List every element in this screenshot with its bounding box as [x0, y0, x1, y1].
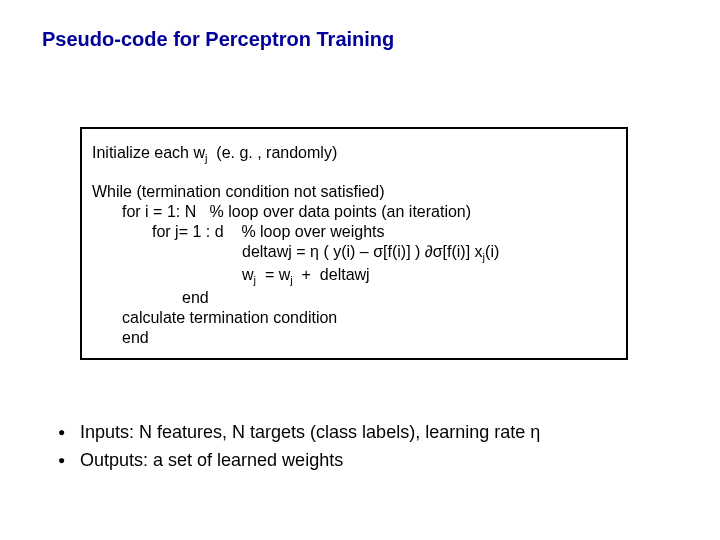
code-line-update: wj = wj + deltawj: [92, 265, 616, 288]
bullet-dot-icon: ●: [58, 420, 80, 444]
sigma-symbol-1: σ: [373, 243, 383, 260]
text-delta-c: [f(i)] ): [383, 243, 425, 260]
bullet-text-outputs: Outputs: a set of learned weights: [80, 448, 678, 472]
bullet-item-inputs: ● Inputs: N features, N targets (class l…: [58, 420, 678, 444]
text-init-b: (e. g. , randomly): [207, 144, 337, 161]
text-delta-e: (i): [485, 243, 499, 260]
text-update-c: + deltawj: [293, 266, 370, 283]
pseudocode-box: Initialize each wj (e. g. , randomly) Wh…: [80, 127, 628, 360]
code-line-init: Initialize each wj (e. g. , randomly): [92, 143, 616, 166]
eta-symbol: η: [310, 243, 319, 260]
code-line-calc: calculate termination condition: [92, 308, 616, 328]
text-update-b: = w: [256, 266, 290, 283]
slide-title: Pseudo-code for Perceptron Training: [42, 28, 394, 51]
bullet-text-inputs: Inputs: N features, N targets (class lab…: [80, 420, 678, 444]
sigma-symbol-2: σ: [433, 243, 443, 260]
bullet-item-outputs: ● Outputs: a set of learned weights: [58, 448, 678, 472]
text-init-a: Initialize each w: [92, 144, 205, 161]
slide: Pseudo-code for Perceptron Training Init…: [0, 0, 720, 540]
code-line-end2: end: [92, 328, 616, 348]
text-delta-a: deltawj =: [242, 243, 310, 260]
bullet-dot-icon: ●: [58, 448, 80, 472]
code-line-delta: deltawj = η ( y(i) – σ[f(i)] ) ∂σ[f(i)] …: [92, 242, 616, 265]
code-line-for-i: for i = 1: N % loop over data points (an…: [92, 202, 616, 222]
text-delta-b: ( y(i) –: [319, 243, 373, 260]
code-line-end1: end: [92, 288, 616, 308]
text-delta-d: [f(i)] x: [443, 243, 483, 260]
bullet-list: ● Inputs: N features, N targets (class l…: [58, 420, 678, 476]
partial-symbol: ∂: [425, 243, 433, 260]
code-line-while: While (termination condition not satisfi…: [92, 182, 616, 202]
text-b1a: Inputs: N features, N targets (class lab…: [80, 422, 530, 442]
blank-line: [92, 166, 616, 182]
code-line-for-j: for j= 1 : d % loop over weights: [92, 222, 616, 242]
text-update-a: w: [242, 266, 254, 283]
eta-symbol-bullet: η: [530, 422, 540, 442]
